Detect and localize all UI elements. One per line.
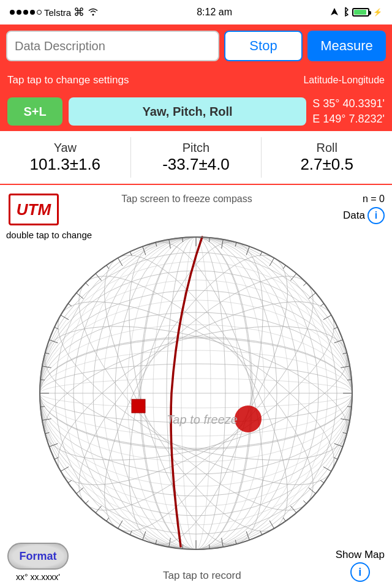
- tap-record-hint: Tap tap to record: [69, 570, 336, 582]
- utm-text: UTM: [17, 200, 51, 219]
- status-right: ⚡: [330, 7, 382, 18]
- lightning-icon: ⚡: [373, 8, 382, 17]
- carrier-label: Telstra: [44, 7, 71, 18]
- mode-row: S+L Yaw, Pitch, Roll S 35° 40.3391' E 14…: [0, 93, 392, 130]
- data-info: Data i: [343, 207, 385, 224]
- dot-1: [10, 10, 15, 15]
- show-map-container: Show Map i: [336, 549, 385, 582]
- wifi-icon: ⌘: [74, 6, 99, 19]
- stop-button[interactable]: Stop: [224, 31, 303, 61]
- show-map-button[interactable]: i: [350, 562, 370, 582]
- dot-4: [30, 10, 35, 15]
- wifi-svg: [88, 7, 99, 16]
- format-display: xx° xx.xxxx': [16, 572, 60, 582]
- yaw-pitch-roll-button[interactable]: Yaw, Pitch, Roll: [69, 97, 306, 126]
- svg-point-0: [92, 14, 94, 16]
- n-counter: n = 0: [363, 194, 385, 205]
- signal-dots: [10, 10, 42, 15]
- roll-cell: Roll 2.7±0.5: [261, 137, 392, 178]
- dot-3: [23, 10, 28, 15]
- svg-point-44: [235, 405, 262, 432]
- pitch-label: Pitch: [183, 141, 209, 155]
- bluetooth-icon: [342, 7, 349, 18]
- roll-label: Roll: [316, 141, 337, 155]
- compass-svg: Tap to freeze: [37, 234, 355, 552]
- location-icon: [330, 7, 339, 18]
- pitch-value: -33.7±4.0: [162, 155, 230, 174]
- svg-line-102: [40, 380, 45, 380]
- tap-freeze-hint: Tap screen to freeze compass: [67, 194, 306, 205]
- compass-area[interactable]: UTM double tap to change Tap screen to f…: [0, 185, 392, 588]
- coordinates-display: S 35° 40.3391' E 149° 7.8232': [312, 96, 385, 127]
- svg-line-100: [40, 407, 45, 407]
- svg-line-64: [347, 380, 352, 380]
- show-map-text: Show Map: [336, 549, 385, 560]
- data-description-input[interactable]: [6, 31, 219, 61]
- compass-svg-container[interactable]: Tap to freeze: [37, 234, 355, 555]
- lat-lon-header: Latitude-Longitude: [303, 74, 385, 86]
- battery-icon: [352, 8, 369, 17]
- svg-line-118: [183, 238, 183, 242]
- top-bar: Stop Measure: [0, 24, 392, 67]
- svg-line-66: [347, 407, 352, 407]
- latitude-display: S 35° 40.3391': [312, 96, 385, 111]
- svg-rect-43: [132, 399, 145, 413]
- roll-value: 2.7±0.5: [300, 155, 353, 174]
- yaw-value: 101.3±1.6: [30, 155, 100, 174]
- measure-button[interactable]: Measure: [307, 31, 386, 61]
- status-left: Telstra ⌘: [10, 6, 99, 19]
- measurements-row: Yaw 101.3±1.6 Pitch -33.7±4.0 Roll 2.7±0…: [0, 130, 392, 185]
- format-button[interactable]: Format: [7, 543, 69, 570]
- svg-line-48: [209, 238, 210, 242]
- dot-5: [37, 10, 42, 15]
- show-map-label: Show Map: [336, 549, 385, 561]
- format-container: Format xx° xx.xxxx': [7, 543, 69, 582]
- longitude-display: E 149° 7.8232': [312, 111, 385, 127]
- pitch-cell: Pitch -33.7±4.0: [130, 137, 262, 178]
- status-bar: Telstra ⌘ 8:12 am ⚡: [0, 0, 392, 24]
- utm-logo[interactable]: UTM: [9, 194, 59, 225]
- yaw-cell: Yaw 101.3±1.6: [0, 137, 130, 178]
- tap-settings-hint[interactable]: Tap tap to change settings: [7, 74, 129, 86]
- data-label: Data: [343, 209, 365, 222]
- sl-mode-button[interactable]: S+L: [7, 97, 62, 126]
- data-info-button[interactable]: i: [368, 207, 385, 224]
- battery-fill: [354, 10, 366, 15]
- svg-marker-1: [331, 8, 338, 15]
- dot-2: [17, 10, 21, 15]
- yaw-label: Yaw: [54, 141, 77, 155]
- bottom-controls: Format xx° xx.xxxx' Tap tap to record Sh…: [0, 543, 392, 582]
- status-time: 8:12 am: [197, 7, 232, 18]
- svg-text:Tap to freeze: Tap to freeze: [167, 413, 238, 426]
- settings-bar: Tap tap to change settings Latitude-Long…: [0, 67, 392, 93]
